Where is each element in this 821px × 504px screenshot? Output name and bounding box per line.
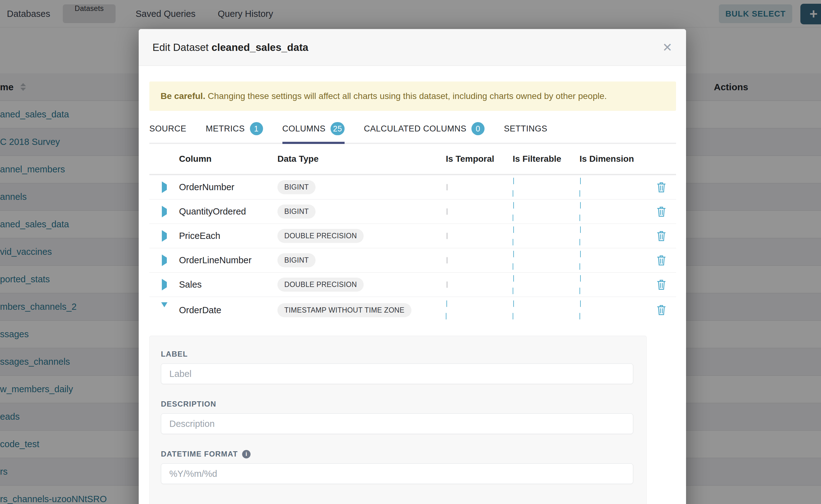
tab-settings[interactable]: SETTINGS	[504, 122, 547, 143]
close-icon[interactable]: ✕	[662, 42, 672, 53]
column-row-orderlinenumber: OrderLineNumber BIGINT	[149, 248, 676, 273]
delete-column-icon[interactable]	[656, 230, 666, 242]
is-dimension-checkbox[interactable]	[580, 275, 646, 294]
tab-label: SETTINGS	[504, 124, 547, 134]
app-root: Databases Datasets Saved Queries Query H…	[0, 0, 821, 504]
label-field-heading: LABEL	[161, 350, 635, 358]
expand-caret-icon[interactable]	[162, 279, 167, 290]
column-row-sales: Sales DOUBLE PRECISION	[149, 273, 676, 297]
tab-label: CALCULATED COLUMNS	[364, 124, 467, 134]
column-name: QuantityOrdered	[179, 206, 277, 217]
edit-dataset-modal: Edit Dataset cleaned_sales_data ✕ Be car…	[139, 29, 686, 504]
description-field-heading: DESCRIPTION	[161, 400, 635, 408]
column-name: Sales	[179, 279, 277, 290]
info-icon[interactable]	[242, 450, 250, 458]
modal-header: Edit Dataset cleaned_sales_data ✕	[139, 29, 686, 66]
column-name: OrderNumber	[179, 182, 277, 192]
datetime-format-field-heading: DATETIME FORMAT	[161, 450, 635, 458]
label-input[interactable]	[161, 363, 633, 384]
column-row-ordernumber: OrderNumber BIGINT	[149, 175, 676, 200]
label-heading-text: LABEL	[161, 350, 188, 358]
is-temporal-checkbox[interactable]	[447, 281, 448, 288]
column-detail-panel: LABEL DESCRIPTION DATETIME FORMAT	[149, 336, 647, 504]
columns-count-badge: 25	[330, 122, 344, 135]
expand-caret-icon[interactable]	[162, 254, 167, 266]
delete-column-icon[interactable]	[656, 182, 666, 193]
data-type-pill: BIGINT	[277, 205, 315, 219]
description-heading-text: DESCRIPTION	[161, 400, 216, 408]
is-temporal-checkbox[interactable]	[447, 208, 448, 215]
is-dimension-checkbox[interactable]	[580, 202, 646, 221]
delete-column-icon[interactable]	[656, 206, 666, 217]
modal-tabs: SOURCE METRICS 1 COLUMNS 25 CALCULATED C…	[149, 122, 676, 144]
tab-label: COLUMNS	[282, 124, 326, 134]
header-is-filterable: Is Filterable	[513, 154, 580, 164]
column-name: OrderDate	[179, 305, 277, 315]
modal-body: Be careful. Changing these settings will…	[139, 66, 686, 504]
is-filterable-checkbox[interactable]	[513, 178, 580, 197]
warning-banner: Be careful. Changing these settings will…	[149, 82, 676, 111]
is-filterable-checkbox[interactable]	[513, 226, 580, 245]
expand-caret-icon[interactable]	[162, 181, 167, 193]
tab-label: METRICS	[206, 124, 245, 134]
delete-column-icon[interactable]	[656, 279, 666, 290]
modal-title-dataset-name: cleaned_sales_data	[211, 42, 308, 53]
column-row-orderdate: OrderDate TIMESTAMP WITHOUT TIME ZONE	[149, 297, 676, 323]
is-temporal-checkbox[interactable]	[447, 184, 448, 190]
is-temporal-checkbox[interactable]	[447, 257, 448, 264]
datetime-heading-text: DATETIME FORMAT	[161, 450, 238, 458]
header-is-dimension: Is Dimension	[580, 154, 646, 164]
expand-caret-icon[interactable]	[162, 230, 167, 242]
is-filterable-checkbox[interactable]	[513, 202, 580, 221]
tab-calculated-columns[interactable]: CALCULATED COLUMNS 0	[364, 122, 485, 143]
data-type-pill: TIMESTAMP WITHOUT TIME ZONE	[277, 303, 412, 317]
is-temporal-checkbox[interactable]	[447, 233, 448, 239]
column-name: PriceEach	[179, 231, 277, 241]
collapse-caret-icon[interactable]	[161, 302, 167, 313]
header-column: Column	[179, 154, 277, 164]
modal-title: Edit Dataset cleaned_sales_data	[152, 42, 308, 53]
columns-table-header: Column Data Type Is Temporal Is Filterab…	[149, 144, 676, 175]
header-data-type: Data Type	[277, 154, 446, 164]
tab-columns[interactable]: COLUMNS 25	[282, 122, 344, 143]
warning-banner-text: Changing these settings will affect all …	[205, 91, 607, 101]
header-is-temporal: Is Temporal	[446, 154, 513, 164]
metrics-count-badge: 1	[250, 122, 263, 135]
tab-label: SOURCE	[149, 124, 186, 134]
is-dimension-checkbox[interactable]	[580, 226, 646, 245]
delete-column-icon[interactable]	[656, 255, 666, 266]
column-row-priceeach: PriceEach DOUBLE PRECISION	[149, 224, 676, 248]
data-type-pill: BIGINT	[277, 253, 315, 267]
data-type-pill: DOUBLE PRECISION	[277, 278, 363, 292]
expand-caret-icon[interactable]	[162, 206, 167, 217]
column-row-quantityordered: QuantityOrdered BIGINT	[149, 200, 676, 224]
is-filterable-checkbox[interactable]	[513, 300, 580, 319]
delete-column-icon[interactable]	[656, 304, 666, 316]
data-type-pill: DOUBLE PRECISION	[277, 229, 363, 243]
data-type-pill: BIGINT	[277, 180, 315, 194]
modal-title-prefix: Edit Dataset	[152, 42, 209, 53]
is-dimension-checkbox[interactable]	[580, 300, 646, 319]
is-filterable-checkbox[interactable]	[513, 275, 580, 294]
tab-metrics[interactable]: METRICS 1	[206, 122, 263, 143]
column-name: OrderLineNumber	[179, 255, 277, 265]
datetime-format-input[interactable]	[161, 463, 633, 484]
is-temporal-checkbox[interactable]	[446, 300, 513, 319]
is-dimension-checkbox[interactable]	[580, 178, 646, 197]
calculated-columns-count-badge: 0	[472, 122, 485, 135]
is-filterable-checkbox[interactable]	[513, 251, 580, 270]
description-input[interactable]	[161, 413, 633, 434]
tab-source[interactable]: SOURCE	[149, 122, 186, 143]
is-dimension-checkbox[interactable]	[580, 251, 646, 270]
warning-banner-bold: Be careful.	[161, 91, 205, 101]
